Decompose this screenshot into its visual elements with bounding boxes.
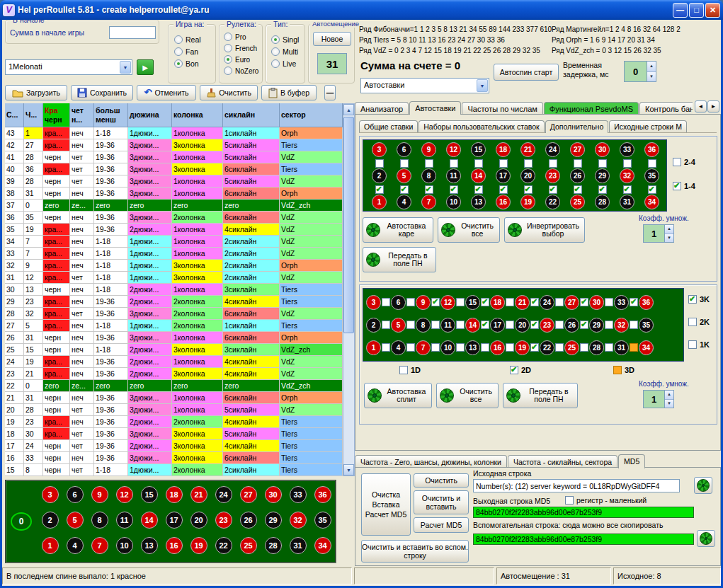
split-checkbox[interactable] bbox=[605, 298, 613, 306]
checkbox-2-4[interactable]: 2-4 bbox=[673, 158, 695, 166]
history-row[interactable]: 2515черннеч1-182дюжи...3колонка3сиклайнV… bbox=[5, 344, 343, 356]
header-sixline[interactable]: сиклайн bbox=[223, 103, 280, 127]
bet-number-5[interactable]: 5 bbox=[391, 318, 406, 333]
history-row[interactable]: 3112кра...чет1-181дюжи...3колонка2сиклай… bbox=[5, 272, 343, 284]
bet-number-34[interactable]: 34 bbox=[639, 340, 654, 355]
history-row[interactable]: 2419кра...неч19-362дюжи...1колонка4сикла… bbox=[5, 356, 343, 368]
checkbox-icon[interactable] bbox=[565, 496, 574, 505]
bet-number-16[interactable]: 16 bbox=[490, 340, 505, 355]
history-row[interactable]: 220zeroze...zerozerozerozeroVdZ_zch bbox=[5, 380, 343, 392]
history-row[interactable]: 4128чернчет19-363дюжи...1колонка5сиклайн… bbox=[5, 151, 343, 163]
split-checkbox[interactable] bbox=[530, 343, 539, 352]
radio-live[interactable]: Live bbox=[271, 57, 304, 69]
split-checkbox[interactable] bbox=[530, 321, 539, 329]
checkbox-2k[interactable]: 2K bbox=[688, 318, 710, 326]
history-row[interactable]: 2321кра...неч19-362дюжи...3колонка4сикла… bbox=[5, 368, 343, 380]
bet-number-14[interactable]: 14 bbox=[465, 318, 480, 333]
bet-number-33[interactable]: 33 bbox=[620, 142, 634, 157]
spinner-up-icon[interactable]: ▲ bbox=[665, 225, 673, 234]
clear-all-split-button[interactable]: Очистить все bbox=[436, 383, 499, 408]
bet-checkbox[interactable] bbox=[499, 185, 508, 194]
chevron-down-icon[interactable]: ▼ bbox=[120, 61, 131, 74]
bet-checkbox[interactable] bbox=[450, 159, 458, 168]
history-row[interactable]: 2028чернчет19-363дюжи...1колонка5сиклайн… bbox=[5, 404, 343, 416]
bet-number-4[interactable]: 4 bbox=[391, 340, 406, 355]
split-checkbox[interactable] bbox=[382, 321, 390, 329]
bet-checkbox[interactable] bbox=[598, 185, 607, 194]
bet-checkbox[interactable] bbox=[574, 185, 582, 194]
header-range[interactable]: большменш bbox=[94, 103, 128, 127]
bet-checkbox[interactable] bbox=[623, 159, 632, 168]
bet-checkbox[interactable] bbox=[425, 185, 433, 194]
load-button[interactable]: Загрузить bbox=[5, 85, 67, 100]
autostake-split-button[interactable]: Автоставка сплит bbox=[364, 383, 432, 408]
bet-number-1[interactable]: 1 bbox=[366, 340, 381, 355]
split-checkbox[interactable] bbox=[555, 298, 564, 306]
bet-number-5[interactable]: 5 bbox=[397, 168, 411, 183]
md5-calc-button[interactable]: Расчет MD5 bbox=[414, 517, 469, 533]
bet-number-4[interactable]: 4 bbox=[397, 195, 411, 209]
radio-icon[interactable] bbox=[271, 47, 280, 56]
checkbox-1d[interactable]: 1D bbox=[399, 366, 421, 374]
header-parity[interactable]: четн... bbox=[70, 103, 94, 127]
bet-number-32[interactable]: 32 bbox=[614, 318, 629, 333]
checkbox-icon[interactable] bbox=[688, 340, 697, 349]
md5-clear-paste-aux-button[interactable]: Очистить и вставить во вспом. строку bbox=[361, 540, 469, 563]
history-row[interactable]: 4227кра...неч19-363дюжи...3колонка5сикла… bbox=[5, 139, 343, 151]
bet-number-15[interactable]: 15 bbox=[465, 295, 480, 310]
bet-checkbox[interactable] bbox=[524, 159, 533, 168]
bet-number-13[interactable]: 13 bbox=[471, 195, 486, 209]
bet-number-7[interactable]: 7 bbox=[421, 195, 436, 209]
checkbox-icon[interactable] bbox=[688, 295, 697, 304]
bet-number-33[interactable]: 33 bbox=[614, 295, 629, 310]
new-shift-button[interactable]: Новое bbox=[313, 32, 351, 46]
tab-analyzer[interactable]: Анализатор bbox=[355, 102, 409, 115]
autospin-start-button[interactable]: Автоспин старт bbox=[494, 64, 559, 81]
bet-number-30[interactable]: 30 bbox=[589, 295, 604, 310]
checkbox-icon[interactable] bbox=[399, 366, 408, 374]
subtab-user-stake-sets[interactable]: Наборы пользовательских ставок bbox=[419, 120, 544, 132]
md5-clear-paste-button[interactable]: Очистить и вставить bbox=[414, 490, 469, 514]
bet-number-24[interactable]: 24 bbox=[540, 295, 554, 310]
md5-source-input[interactable] bbox=[473, 479, 680, 492]
radio-fan[interactable]: Fan bbox=[174, 45, 215, 57]
bet-number-21[interactable]: 21 bbox=[520, 142, 535, 157]
title-bar[interactable]: V Hel perRoullet 5.81 - create helperrou… bbox=[0, 0, 723, 20]
history-row[interactable]: 3635черннеч19-363дюжи...2колонка6сиклайн… bbox=[5, 212, 343, 224]
split-checkbox[interactable] bbox=[382, 298, 390, 306]
history-row[interactable]: 329кра...неч1-181дюжи...3колонка2сиклайн… bbox=[5, 260, 343, 272]
split-checkbox[interactable] bbox=[406, 321, 415, 329]
bet-number-36[interactable]: 36 bbox=[644, 142, 659, 157]
radio-pro[interactable]: Pro bbox=[224, 31, 262, 42]
tab-autostakes[interactable]: Автоставки bbox=[409, 101, 461, 115]
md5-run-button[interactable] bbox=[694, 477, 712, 494]
split-checkbox[interactable] bbox=[481, 321, 489, 329]
bet-number-9[interactable]: 9 bbox=[421, 142, 436, 157]
radio-french[interactable]: French bbox=[224, 42, 262, 54]
split-checkbox[interactable] bbox=[456, 321, 465, 329]
radio-bon[interactable]: Bon bbox=[174, 57, 215, 69]
bet-number-27[interactable]: 27 bbox=[564, 295, 579, 310]
checkbox-1-4[interactable]: 1-4 bbox=[673, 182, 695, 190]
bet-checkbox[interactable] bbox=[450, 185, 458, 194]
tab-psevdoms[interactable]: Функционал PsevdoMS bbox=[544, 102, 639, 115]
history-row[interactable]: 2131черннеч19-363дюжи...1колонка6сиклайн… bbox=[5, 392, 343, 404]
checkbox-icon[interactable] bbox=[613, 366, 622, 374]
bet-number-30[interactable]: 30 bbox=[595, 142, 610, 157]
bet-number-19[interactable]: 19 bbox=[515, 340, 530, 355]
radio-multi[interactable]: Multi bbox=[271, 45, 304, 57]
minimize-button[interactable]: — bbox=[673, 3, 688, 18]
subtab-additional[interactable]: Дополнительно bbox=[545, 120, 609, 133]
checkbox-3k[interactable]: 3K bbox=[688, 295, 710, 304]
history-row[interactable]: 3928чернчет19-363дюжи...1колонка5сиклайн… bbox=[5, 175, 343, 188]
history-row[interactable]: 2631черннеч19-363дюжи...1колонка6сиклайн… bbox=[5, 332, 343, 344]
history-row[interactable]: 2832кра...чет19-363дюжи...2колонка6сикла… bbox=[5, 308, 343, 320]
chevron-down-icon[interactable]: ▼ bbox=[477, 79, 488, 92]
split-checkbox[interactable] bbox=[630, 298, 638, 306]
radio-icon[interactable] bbox=[174, 47, 183, 56]
md5-lowercase-checkbox[interactable]: регистр - маленький bbox=[565, 496, 647, 505]
bet-checkbox[interactable] bbox=[375, 159, 384, 168]
bet-checkbox[interactable] bbox=[474, 185, 483, 194]
bet-number-18[interactable]: 18 bbox=[490, 295, 505, 310]
split-checkbox[interactable] bbox=[431, 343, 440, 352]
